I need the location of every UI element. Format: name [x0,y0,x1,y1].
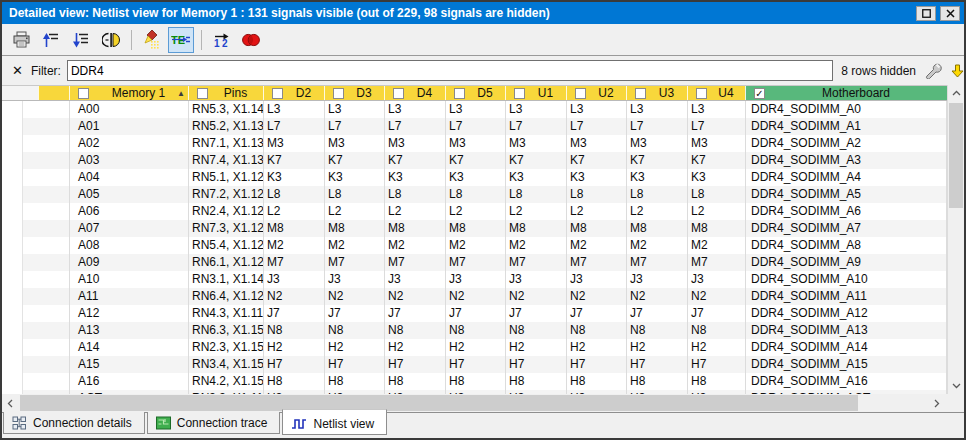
cell-u4[interactable]: L8 [688,186,746,203]
highlight-button[interactable] [138,27,164,53]
cell-pins[interactable]: RN7.2, X1.126 [189,186,264,203]
cell-u2[interactable]: M2 [567,237,627,254]
cell-d5[interactable]: K3 [446,169,506,186]
table-row[interactable]: A14RN2.3, X1.151H2H2H2H2H2H2H2H2DDR4_SOD… [2,339,947,356]
cell-u1[interactable]: K3 [506,169,567,186]
cell-u3[interactable]: M3 [627,135,688,152]
table-row[interactable]: A07RN7.3, X1.122M8M8M8M8M8M8M8M8DDR4_SOD… [2,220,947,237]
cell-d2[interactable]: K3 [264,169,325,186]
cell-motherboard[interactable]: DDR4_SODIMM_A15 [746,356,947,373]
cell-u1[interactable]: J3 [506,271,567,288]
cell-motherboard[interactable]: DDR4_SODIMM_A5 [746,186,947,203]
column-checkbox[interactable] [393,88,404,99]
cell-memory-1[interactable]: A11 [70,288,189,305]
cell-d5[interactable]: M8 [446,220,506,237]
cell-u1[interactable]: M7 [506,254,567,271]
cell-memory-1[interactable]: A10 [70,271,189,288]
cell-u4[interactable]: M7 [688,254,746,271]
cell-u2[interactable]: J7 [567,305,627,322]
cell-d4[interactable]: J3 [385,271,446,288]
print-button[interactable] [8,27,34,53]
column-header-u1[interactable]: U1 [505,86,566,100]
cell-motherboard[interactable]: DDR4_SODIMM_A9 [746,254,947,271]
table-row[interactable]: A15RN3.4, X1.156H7H7H7H7H7H7H7H7DDR4_SOD… [2,356,947,373]
cell-d5[interactable]: H7 [446,356,506,373]
cell-d5[interactable]: N2 [446,288,506,305]
table-row[interactable]: A05RN7.2, X1.126L8L8L8L8L8L8L8L8DDR4_SOD… [2,186,947,203]
cell-d2[interactable]: J3 [264,271,325,288]
clear-filter-icon[interactable]: ✕ [12,63,23,78]
move-top-button[interactable] [38,27,64,53]
cell-u2[interactable]: H8 [567,373,627,390]
cell-u1[interactable]: M8 [506,220,567,237]
cell-u3[interactable]: J3 [627,271,688,288]
cell-memory-1[interactable]: A00 [70,101,189,118]
cell-memory-1[interactable]: A02 [70,135,189,152]
cell-d4[interactable]: J7 [385,305,446,322]
cell-motherboard[interactable]: DDR4_SODIMM_A10 [746,271,947,288]
column-checkbox[interactable] [635,88,646,99]
cell-pins[interactable]: RN2.3, X1.151 [189,339,264,356]
cell-d4[interactable]: N8 [385,322,446,339]
close-button[interactable] [940,6,960,21]
renumber-button[interactable]: 1 2 [208,27,234,53]
cell-d5[interactable]: M2 [446,237,506,254]
cell-motherboard[interactable]: DDR4_SODIMM_A3 [746,152,947,169]
vertical-scroll-track[interactable] [948,101,964,378]
cell-u3[interactable]: L2 [627,203,688,220]
cell-pins[interactable]: RN6.3, X1.158 [189,322,264,339]
column-checkbox[interactable] [78,88,89,99]
cell-d2[interactable]: M8 [264,220,325,237]
cell-d2[interactable]: L7 [264,118,325,135]
column-checkbox[interactable] [575,88,586,99]
cell-d3[interactable]: L7 [325,118,385,135]
cell-u4[interactable]: N2 [688,288,746,305]
maximize-button[interactable] [916,6,936,21]
cell-d5[interactable]: L8 [446,186,506,203]
cell-u2[interactable]: L7 [567,118,627,135]
cell-pins[interactable]: RN5.1, X1.128 [189,169,264,186]
cell-d4[interactable]: K7 [385,152,446,169]
cell-d5[interactable]: M3 [446,135,506,152]
cell-u3[interactable]: H7 [627,356,688,373]
cell-u1[interactable]: L8 [506,186,567,203]
filter-settings-button[interactable] [924,62,943,79]
cell-u3[interactable]: M8 [627,220,688,237]
cell-d2[interactable]: H7 [264,356,325,373]
cell-memory-1[interactable]: A04 [70,169,189,186]
cell-pins[interactable]: RN7.1, X1.132 [189,135,264,152]
cell-d4[interactable]: L3 [385,101,446,118]
cell-d2[interactable]: L3 [264,101,325,118]
cell-u3[interactable]: H2 [627,339,688,356]
cell-d4[interactable]: H7 [385,356,446,373]
cell-pins[interactable]: RN5.3, X1.144 [189,101,264,118]
tab-connection-trace[interactable]: Connection trace [147,412,281,434]
cell-u1[interactable]: M3 [506,135,567,152]
column-header-d5[interactable]: D5 [445,86,505,100]
table-row[interactable]: A00RN5.3, X1.144L3L3L3L3L3L3L3L3DDR4_SOD… [2,101,947,118]
cell-motherboard[interactable]: DDR4_SODIMM_A14 [746,339,947,356]
cell-memory-1[interactable]: A15 [70,356,189,373]
cell-motherboard[interactable]: DDR4_SODIMM_A6 [746,203,947,220]
cell-pins[interactable]: RN6.1, X1.121 [189,254,264,271]
column-header-u3[interactable]: U3 [626,86,687,100]
cell-d2[interactable]: K7 [264,152,325,169]
cell-pins[interactable]: RN5.2, X1.133 [189,118,264,135]
vertical-scroll-thumb[interactable] [949,103,963,208]
cell-d5[interactable]: L7 [446,118,506,135]
cell-u3[interactable]: J7 [627,305,688,322]
table-row[interactable]: A01RN5.2, X1.133L7L7L7L7L7L7L7L7DDR4_SOD… [2,118,947,135]
cell-u2[interactable]: N2 [567,288,627,305]
cell-u2[interactable]: H2 [567,339,627,356]
cell-d5[interactable]: M7 [446,254,506,271]
cell-u4[interactable]: M3 [688,135,746,152]
cell-u1[interactable]: M2 [506,237,567,254]
cell-d3[interactable]: H2 [325,339,385,356]
cell-d3[interactable]: K7 [325,152,385,169]
cell-d2[interactable]: N8 [264,322,325,339]
cell-u3[interactable]: L8 [627,186,688,203]
title-bar[interactable]: Detailed view: Netlist view for Memory 1… [2,2,964,24]
cell-d4[interactable]: L2 [385,203,446,220]
cell-u4[interactable]: J7 [688,305,746,322]
cell-d5[interactable]: N8 [446,322,506,339]
